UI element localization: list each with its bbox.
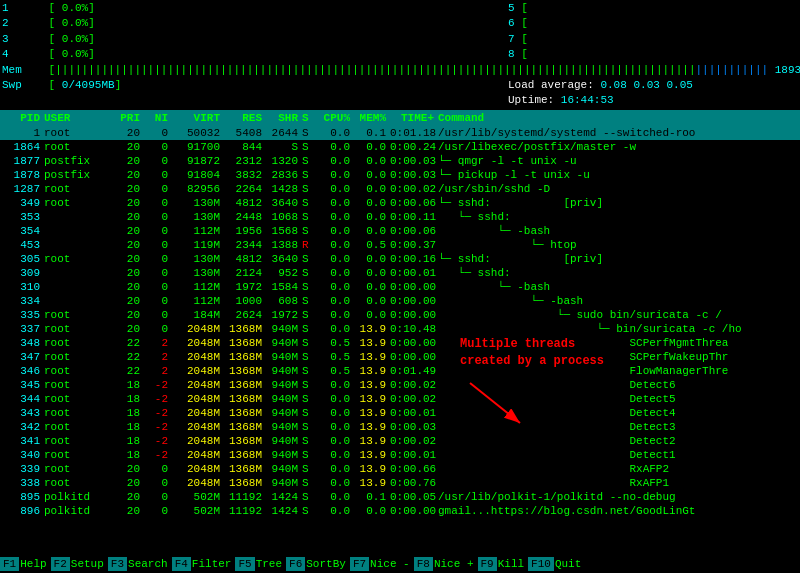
- pid: 354: [2, 224, 44, 238]
- fkey-f6[interactable]: F6: [286, 557, 305, 571]
- fkey-label-help[interactable]: Help: [19, 557, 50, 571]
- table-row[interactable]: 1 root 20 0 50032 5408 2644 S 0.0 0.1 0:…: [0, 126, 800, 140]
- table-row[interactable]: 341 root 18 -2 2048M 1368M 940M S 0.0 13…: [0, 434, 800, 448]
- fkey-label-quit[interactable]: Quit: [554, 557, 585, 571]
- mem: 13.9: [354, 350, 390, 364]
- shr: 3640: [266, 196, 302, 210]
- fkey-f8[interactable]: F8: [414, 557, 433, 571]
- table-row[interactable]: 346 root 22 2 2048M 1368M 940M S 0.5 13.…: [0, 364, 800, 378]
- virt: 2048M: [172, 406, 224, 420]
- table-row[interactable]: 335 root 20 0 184M 2624 1972 S 0.0 0.0 0…: [0, 308, 800, 322]
- table-row[interactable]: 896 polkitd 20 0 502M 11192 1424 S 0.0 0…: [0, 504, 800, 518]
- time: 0:00.03: [390, 168, 438, 182]
- mem: 0.0: [354, 182, 390, 196]
- cmd: Detect1: [438, 448, 798, 462]
- table-row[interactable]: 354 20 0 112M 1956 1568 S 0.0 0.0 0:00.0…: [0, 224, 800, 238]
- system-stats: 1 [ 0.0%] 5 [ 2 [ 0.0%] 6 [: [0, 0, 800, 110]
- shr: 940M: [266, 434, 302, 448]
- shr: 1388: [266, 238, 302, 252]
- load-info: Load average: 0.08 0.03 0.05: [498, 78, 798, 93]
- res: 11192: [224, 490, 266, 504]
- table-row[interactable]: 309 20 0 130M 2124 952 S 0.0 0.0 0:00.01…: [0, 266, 800, 280]
- fkey-f7[interactable]: F7: [350, 557, 369, 571]
- table-row[interactable]: 345 root 18 -2 2048M 1368M 940M S 0.0 13…: [0, 378, 800, 392]
- ni: -2: [144, 448, 172, 462]
- pid: 340: [2, 448, 44, 462]
- table-row[interactable]: 1877 postfix 20 0 91872 2312 1320 S 0.0 …: [0, 154, 800, 168]
- table-row[interactable]: 1287 root 20 0 82956 2264 1428 S 0.0 0.0…: [0, 182, 800, 196]
- user: root: [44, 336, 114, 350]
- fkey-f9[interactable]: F9: [478, 557, 497, 571]
- time: 0:00.03: [390, 154, 438, 168]
- user: postfix: [44, 154, 114, 168]
- fkey-label-kill[interactable]: Kill: [497, 557, 528, 571]
- fkey-label-nice-minus[interactable]: Nice -: [369, 557, 414, 571]
- fkey-f5[interactable]: F5: [235, 557, 254, 571]
- table-row[interactable]: 353 20 0 130M 2448 1068 S 0.0 0.0 0:00.1…: [0, 210, 800, 224]
- user: root: [44, 196, 114, 210]
- pri: 18: [114, 392, 144, 406]
- fkey-label-sortby[interactable]: SortBy: [305, 557, 350, 571]
- table-row[interactable]: 349 root 20 0 130M 4812 3640 S 0.0 0.0 0…: [0, 196, 800, 210]
- header-shr: SHR: [266, 112, 302, 124]
- pri: 18: [114, 434, 144, 448]
- table-row[interactable]: 305 root 20 0 130M 4812 3640 S 0.0 0.0 0…: [0, 252, 800, 266]
- s: S: [302, 224, 318, 238]
- res: 4812: [224, 196, 266, 210]
- ni: 0: [144, 476, 172, 490]
- table-row[interactable]: 334 20 0 112M 1000 608 S 0.0 0.0 0:00.00…: [0, 294, 800, 308]
- mem: 0.0: [354, 294, 390, 308]
- mem: 13.9: [354, 392, 390, 406]
- fkey-f3[interactable]: F3: [108, 557, 127, 571]
- time: 0:00.00: [390, 280, 438, 294]
- table-row[interactable]: 344 root 18 -2 2048M 1368M 940M S 0.0 13…: [0, 392, 800, 406]
- fkey-label-nice-plus[interactable]: Nice +: [433, 557, 478, 571]
- s: R: [302, 238, 318, 252]
- virt: 130M: [172, 266, 224, 280]
- fkey-f4[interactable]: F4: [172, 557, 191, 571]
- fkey-f10[interactable]: F10: [528, 557, 554, 571]
- table-row[interactable]: 895 polkitd 20 0 502M 11192 1424 S 0.0 0…: [0, 490, 800, 504]
- virt: 130M: [172, 210, 224, 224]
- fkey-f1[interactable]: F1: [0, 557, 19, 571]
- time: 0:00.02: [390, 434, 438, 448]
- virt: 91804: [172, 168, 224, 182]
- table-row[interactable]: 453 20 0 119M 2344 1388 R 0.0 0.5 0:00.3…: [0, 238, 800, 252]
- swp-label: Swp: [2, 78, 42, 93]
- table-row[interactable]: 1878 postfix 20 0 91804 3832 2836 S 0.0 …: [0, 168, 800, 182]
- pri: 20: [114, 182, 144, 196]
- cpu3-row: 3 [ 0.0%] 7 [: [2, 32, 798, 47]
- cmd: Detect2: [438, 434, 798, 448]
- fkey-label-setup[interactable]: Setup: [70, 557, 108, 571]
- fkey-f2[interactable]: F2: [51, 557, 70, 571]
- table-row[interactable]: 339 root 20 0 2048M 1368M 940M S 0.0 13.…: [0, 462, 800, 476]
- pid: 334: [2, 294, 44, 308]
- s: S: [302, 420, 318, 434]
- table-row[interactable]: 1864 root 20 0 91700 844 S S 0.0 0.0 0:0…: [0, 140, 800, 154]
- s: S: [302, 336, 318, 350]
- table-row[interactable]: 347 root 22 2 2048M 1368M 940M S 0.5 13.…: [0, 350, 800, 364]
- fkey-label-filter[interactable]: Filter: [191, 557, 236, 571]
- pri: 20: [114, 322, 144, 336]
- pri: 20: [114, 308, 144, 322]
- table-row[interactable]: 310 20 0 112M 1972 1584 S 0.0 0.0 0:00.0…: [0, 280, 800, 294]
- mem: 0.0: [354, 196, 390, 210]
- ni: 0: [144, 210, 172, 224]
- fkey-label-tree[interactable]: Tree: [255, 557, 286, 571]
- pid: 338: [2, 476, 44, 490]
- pri: 20: [114, 224, 144, 238]
- table-row[interactable]: 340 root 18 -2 2048M 1368M 940M S 0.0 13…: [0, 448, 800, 462]
- cmd: └─ -bash: [438, 224, 798, 238]
- virt: 2048M: [172, 462, 224, 476]
- ni: 0: [144, 490, 172, 504]
- s: S: [302, 322, 318, 336]
- table-row[interactable]: 348 root 22 2 2048M 1368M 940M S 0.5 13.…: [0, 336, 800, 350]
- res: 1368M: [224, 448, 266, 462]
- table-row[interactable]: 343 root 18 -2 2048M 1368M 940M S 0.0 13…: [0, 406, 800, 420]
- fkey-label-search[interactable]: Search: [127, 557, 172, 571]
- table-row[interactable]: 338 root 20 0 2048M 1368M 940M S 0.0 13.…: [0, 476, 800, 490]
- time: 0:00.02: [390, 378, 438, 392]
- table-row[interactable]: 337 root 20 0 2048M 1368M 940M S 0.0 13.…: [0, 322, 800, 336]
- ni: -2: [144, 434, 172, 448]
- table-row[interactable]: 342 root 18 -2 2048M 1368M 940M S 0.0 13…: [0, 420, 800, 434]
